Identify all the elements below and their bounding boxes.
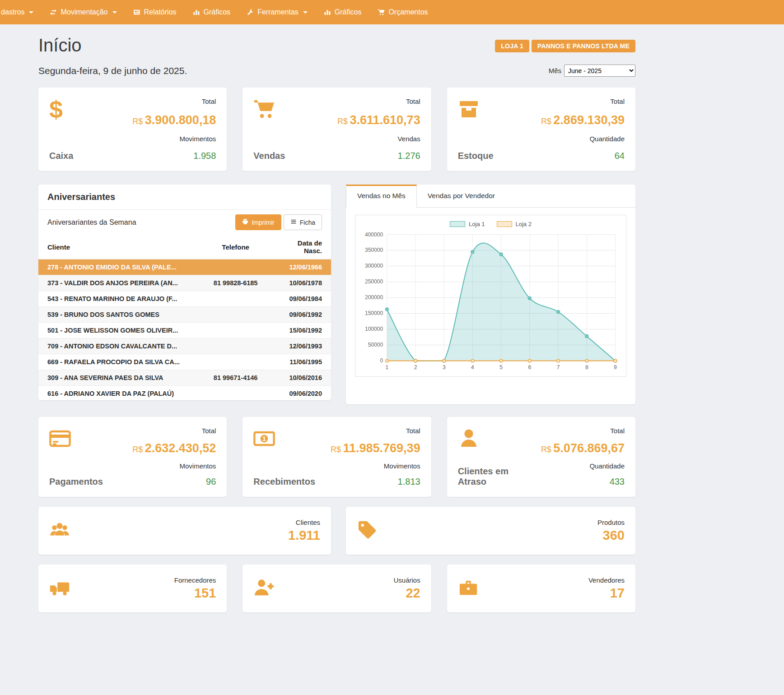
dollar-icon: $ bbox=[49, 97, 73, 121]
total-value: R$ 2.632.430,52 bbox=[132, 441, 216, 455]
table-row[interactable]: 373 - VALDIR DOS ANJOS PEREIRA (AN...81 … bbox=[38, 275, 331, 291]
month-label: Mês bbox=[549, 67, 561, 74]
summary-label: Vendedores bbox=[588, 576, 625, 584]
column-header-nascimento: Data de Nasc. bbox=[270, 235, 331, 259]
summary-card-usuarios: Usuários 22 bbox=[243, 565, 431, 612]
table-row[interactable]: 278 - ANTONIO EMIDIO DA SILVA (PALE...12… bbox=[38, 259, 331, 275]
count-label: Movimentos bbox=[331, 462, 420, 470]
print-button[interactable]: Imprimir bbox=[235, 214, 281, 230]
bar-chart-icon bbox=[193, 9, 200, 16]
person-icon bbox=[458, 427, 481, 450]
store-badges: LOJA 1 PANNOS E PANNOS LTDA ME bbox=[495, 40, 635, 52]
stat-card-title: Pagamentos bbox=[49, 477, 103, 487]
credit-card-icon bbox=[49, 427, 73, 450]
legend-item-loja2[interactable]: Loja 2 bbox=[497, 221, 532, 227]
nav-item-orcamentos[interactable]: Orçamentos bbox=[378, 8, 428, 16]
summary-value: 22 bbox=[393, 586, 420, 601]
birthdays-title: Aniversariantes bbox=[38, 185, 331, 210]
summary-label: Produtos bbox=[597, 519, 625, 526]
summary-value: 1.911 bbox=[288, 528, 320, 543]
nav-item-graficos-2[interactable]: Gráficos bbox=[324, 8, 362, 16]
nav-item-label: Gráficos bbox=[335, 8, 362, 16]
svg-text:8: 8 bbox=[585, 364, 588, 371]
caret-down-icon bbox=[303, 11, 308, 14]
sales-chart: 0500001000001500002000002500003000003500… bbox=[360, 230, 621, 374]
users-icon bbox=[49, 519, 70, 542]
legend-swatch-loja1 bbox=[450, 221, 465, 227]
printer-icon bbox=[242, 218, 248, 226]
stat-card-clientes-em-atraso: Clientes em Atraso Total R$ 5.076.869,67… bbox=[447, 417, 635, 497]
sales-tabs: Vendas no Mês Vendas por Vendedor bbox=[346, 185, 635, 208]
current-date: Segunda-feira, 9 de junho de 2025. bbox=[38, 65, 187, 76]
cart-icon bbox=[378, 9, 385, 16]
total-value: R$ 5.076.869,67 bbox=[541, 441, 625, 455]
nav-item-relatorios[interactable]: Relatórios bbox=[133, 8, 177, 16]
tab-vendas-no-mes[interactable]: Vendas no Mês bbox=[346, 185, 417, 208]
ficha-button[interactable]: Ficha bbox=[284, 214, 322, 230]
nav-item-label: dastros bbox=[1, 8, 24, 16]
birthdays-card: Aniversariantes Aniversariantes da Seman… bbox=[38, 185, 331, 400]
page-title: Início bbox=[38, 35, 82, 56]
count-label: Quantidade bbox=[541, 135, 625, 143]
nav-item-graficos-1[interactable]: Gráficos bbox=[193, 8, 231, 16]
summary-label: Usuários bbox=[393, 576, 420, 584]
nav-item-cadastros[interactable]: dastros bbox=[1, 8, 33, 16]
cart-icon bbox=[253, 97, 277, 121]
summary-value: 360 bbox=[597, 528, 625, 543]
table-row[interactable]: 539 - BRUNO DOS SANTOS GOMES09/06/1992 bbox=[38, 307, 331, 323]
total-label: Total bbox=[541, 97, 625, 105]
total-label: Total bbox=[337, 97, 420, 105]
nav-item-ferramentas[interactable]: Ferramentas bbox=[247, 8, 308, 16]
count-label: Movimentos bbox=[132, 135, 216, 143]
column-header-telefone: Telefone bbox=[205, 235, 270, 259]
count-value: 1.276 bbox=[337, 151, 420, 161]
user-plus-icon bbox=[253, 577, 274, 600]
tag-icon bbox=[357, 519, 378, 542]
summary-card-produtos: Produtos 360 bbox=[346, 507, 635, 555]
svg-text:200000: 200000 bbox=[365, 294, 383, 301]
svg-text:100000: 100000 bbox=[365, 326, 383, 332]
company-badge[interactable]: PANNOS E PANNOS LTDA ME bbox=[532, 40, 635, 52]
summary-label: Clientes bbox=[288, 519, 320, 526]
svg-text:6: 6 bbox=[528, 364, 532, 371]
table-row[interactable]: 309 - ANA SEVERINA PAES DA SILVA81 99671… bbox=[38, 370, 331, 386]
month-select[interactable]: June - 2025 bbox=[564, 65, 635, 77]
briefcase-icon bbox=[458, 577, 479, 600]
svg-text:300000: 300000 bbox=[365, 263, 383, 269]
top-navbar: dastros Movimentação Relatórios Gráficos… bbox=[0, 0, 784, 24]
bar-chart-icon bbox=[324, 9, 331, 16]
table-row[interactable]: 616 - ADRIANO XAVIER DA PAZ (PALAÚ)09/06… bbox=[38, 386, 331, 401]
nav-item-label: Ferramentas bbox=[257, 8, 299, 16]
summary-card-clientes: Clientes 1.911 bbox=[38, 507, 331, 555]
legend-item-loja1[interactable]: Loja 1 bbox=[450, 221, 485, 227]
exchange-icon bbox=[50, 9, 57, 16]
tab-vendas-por-vendedor[interactable]: Vendas por Vendedor bbox=[417, 185, 506, 207]
total-label: Total bbox=[132, 427, 216, 435]
birthdays-table: Cliente Telefone Data de Nasc. 278 - ANT… bbox=[38, 235, 331, 400]
nav-item-movimentacao[interactable]: Movimentação bbox=[50, 8, 117, 16]
count-label: Vendas bbox=[337, 135, 420, 143]
summary-card-fornecedores: Fornecedores 151 bbox=[38, 565, 227, 612]
svg-text:1: 1 bbox=[385, 364, 388, 371]
total-value: R$ 3.611.610,73 bbox=[337, 113, 420, 127]
main-content: Início LOJA 1 PANNOS E PANNOS LTDA ME Se… bbox=[38, 24, 635, 612]
nav-item-label: Orçamentos bbox=[388, 8, 428, 16]
table-row[interactable]: 543 - RENATO MARINHO DE ARAUJO (F...09/0… bbox=[38, 291, 331, 307]
nav-item-label: Gráficos bbox=[204, 8, 231, 16]
caret-down-icon bbox=[112, 11, 117, 14]
nav-item-label: Relatórios bbox=[144, 8, 177, 16]
box-icon bbox=[458, 97, 481, 121]
stat-card-title: Vendas bbox=[253, 151, 285, 161]
count-value: 64 bbox=[541, 151, 625, 161]
svg-text:4: 4 bbox=[471, 364, 474, 371]
sales-panel: Vendas no Mês Vendas por Vendedor Loja 1… bbox=[346, 185, 635, 404]
table-row[interactable]: 669 - RAFAELA PROCOPIO DA SILVA CA...11/… bbox=[38, 354, 331, 370]
total-label: Total bbox=[331, 427, 420, 435]
store-badge[interactable]: LOJA 1 bbox=[495, 40, 529, 52]
table-row[interactable]: 501 - JOSE WELISSON GOMES OLIVEIR...15/0… bbox=[38, 323, 331, 338]
svg-text:350000: 350000 bbox=[365, 247, 383, 253]
svg-text:9: 9 bbox=[614, 364, 617, 371]
svg-text:5: 5 bbox=[499, 364, 503, 371]
table-row[interactable]: 709 - ANTONIO EDSON CAVALCANTE D...12/06… bbox=[38, 338, 331, 354]
list-icon bbox=[290, 218, 297, 226]
